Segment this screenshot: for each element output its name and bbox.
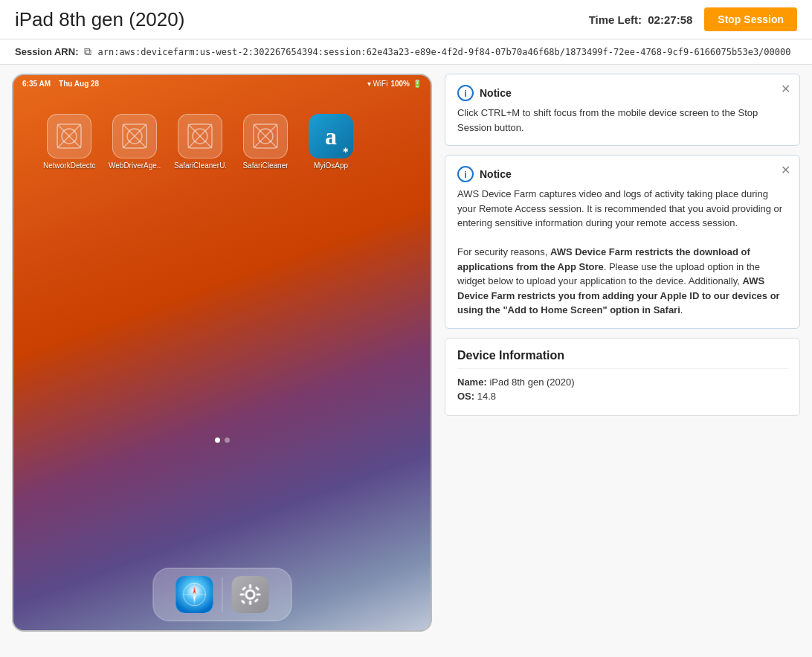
time-left: Time Left: 02:27:58	[589, 13, 693, 26]
dock-divider	[222, 577, 222, 612]
time-left-value: 02:27:58	[648, 13, 692, 26]
device-info-card: Device Information Name: iPad 8th gen (2…	[445, 338, 800, 416]
notice-1-header: i Notice	[457, 85, 787, 101]
list-item[interactable]: SafariCleanerU...	[174, 114, 226, 170]
notice-2-title: Notice	[480, 168, 512, 180]
main-content: 6:35 AM Thu Aug 28 ▾ WiFi 100% 🔋	[0, 65, 812, 641]
device-screen-wrapper: 6:35 AM Thu Aug 28 ▾ WiFi 100% 🔋	[0, 65, 439, 641]
notice-2-body: AWS Device Farm captures video and logs …	[457, 187, 787, 318]
notice-2-body-part2: For security reasons,	[457, 246, 550, 257]
status-time-date: 6:35 AM Thu Aug 28	[22, 80, 99, 88]
session-arn-bar: Session ARN: ⧉ arn:aws:devicefarm:us-wes…	[0, 39, 812, 65]
page-title: iPad 8th gen (2020)	[15, 8, 184, 31]
copy-arn-icon[interactable]: ⧉	[84, 45, 91, 58]
top-bar-right: Time Left: 02:27:58 Stop Session	[589, 7, 797, 31]
device-info-name-row: Name: iPad 8th gen (2020)	[457, 376, 787, 388]
notice-2-body-part4: .	[680, 304, 683, 315]
app-icon-safaricleaner	[243, 114, 288, 158]
notice-1-info-icon: i	[457, 85, 474, 101]
notice-1-close-button[interactable]: ✕	[781, 83, 790, 95]
session-arn-label: Session ARN:	[15, 46, 78, 57]
app-label-myiosapp: MyiOsApp	[314, 161, 348, 170]
notice-card-2: i Notice ✕ AWS Device Farm captures vide…	[445, 155, 800, 329]
list-item[interactable]: SafariCleaner	[239, 114, 291, 170]
status-right: ▾ WiFi 100% 🔋	[367, 80, 422, 88]
myios-star-icon: ✱	[343, 147, 349, 154]
dock-safari-icon[interactable]	[175, 576, 213, 613]
device-info-name-value: iPad 8th gen (2020)	[489, 376, 574, 388]
notice-card-1: i Notice ✕ Click CTRL+M to shift focus f…	[445, 74, 800, 146]
app-label-webdriver: WebDriverAge...	[109, 161, 161, 170]
stop-session-button[interactable]: Stop Session	[704, 7, 797, 31]
device-info-os-label: OS:	[457, 391, 474, 402]
device-info-os-row: OS: 14.8	[457, 391, 787, 402]
dock	[152, 568, 291, 621]
app-label-networkdetector: NetworkDetector	[43, 161, 95, 170]
app-grid: NetworkDetector WebDriverAge...	[13, 92, 431, 170]
list-item[interactable]: WebDriverAge...	[109, 114, 161, 170]
svg-point-24	[247, 592, 253, 597]
app-icon-safaricleaner-u	[178, 114, 222, 158]
dock-settings-icon[interactable]	[231, 576, 268, 613]
notice-2-header: i Notice	[457, 166, 787, 182]
wifi-icon: ▾ WiFi	[367, 80, 388, 88]
app-icon-networkdetector	[47, 114, 91, 158]
notice-1-body: Click CTRL+M to shift focus from the mob…	[457, 106, 787, 135]
app-icon-webdriver	[112, 114, 157, 158]
app-label-safaricleaner-u: SafariCleanerU...	[174, 161, 226, 170]
notice-2-body-part1: AWS Device Farm captures video and logs …	[457, 188, 782, 228]
svg-rect-28	[256, 594, 260, 596]
app-label-safaricleaner: SafariCleaner	[242, 161, 288, 170]
device-info-title: Device Information	[457, 349, 787, 369]
list-item[interactable]: a ✱ MyiOsApp	[305, 114, 357, 170]
device-info-os-value: 14.8	[477, 391, 496, 402]
session-arn-value: arn:aws:devicefarm:us-west-2:30226765439…	[97, 47, 790, 57]
notice-2-close-button[interactable]: ✕	[781, 164, 790, 176]
device-info-name-label: Name:	[457, 376, 487, 388]
top-bar: iPad 8th gen (2020) Time Left: 02:27:58 …	[0, 0, 812, 39]
myios-letter: a	[325, 123, 337, 150]
device-screen[interactable]: 6:35 AM Thu Aug 28 ▾ WiFi 100% 🔋	[12, 74, 432, 632]
battery-indicator: 100%	[390, 80, 410, 88]
page-dot-2	[225, 438, 230, 443]
notice-1-title: Notice	[480, 87, 512, 99]
right-panel: i Notice ✕ Click CTRL+M to shift focus f…	[439, 65, 812, 641]
battery-charging-icon: 🔋	[413, 80, 422, 88]
list-item[interactable]: NetworkDetector	[43, 114, 95, 170]
svg-rect-26	[249, 600, 251, 605]
page-dots	[13, 438, 431, 443]
svg-rect-25	[249, 584, 251, 589]
app-icon-myiosapp: a ✱	[309, 114, 353, 158]
page-dot-1	[215, 438, 220, 443]
svg-rect-27	[239, 594, 244, 596]
device-status-bar: 6:35 AM Thu Aug 28 ▾ WiFi 100% 🔋	[13, 75, 431, 92]
notice-2-info-icon: i	[457, 166, 474, 182]
